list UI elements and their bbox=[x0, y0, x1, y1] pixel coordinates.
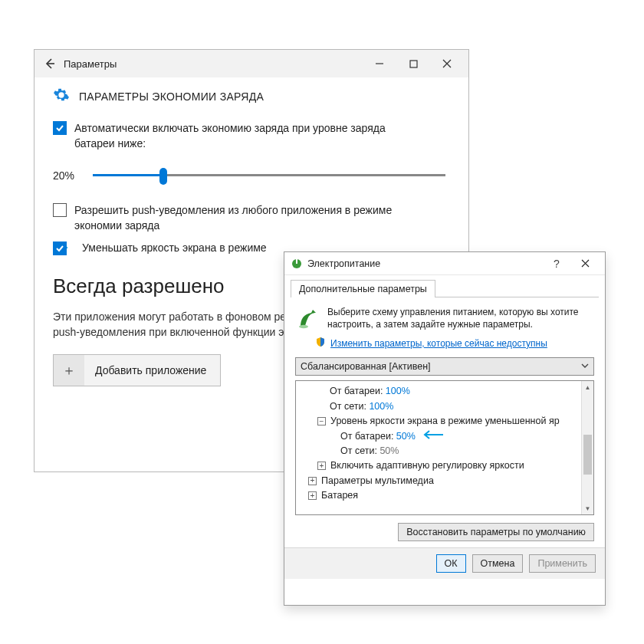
slider-fill bbox=[93, 174, 163, 176]
power-tabbar: Дополнительные параметры bbox=[284, 275, 605, 297]
lower-brightness-label: Уменьшать яркость экрана в режиме bbox=[82, 241, 267, 256]
restore-defaults-button[interactable]: Восстановить параметры по умолчанию bbox=[398, 523, 594, 541]
arrow-left-icon bbox=[44, 58, 56, 70]
power-plan-select[interactable]: Сбалансированная [Активен] bbox=[295, 357, 594, 376]
tree-scrollbar[interactable]: ▲ ▼ bbox=[581, 381, 593, 514]
plus-icon: ＋ bbox=[54, 355, 84, 386]
pointer-arrow-icon bbox=[420, 429, 443, 444]
power-hint: Выберите схему управления питанием, кото… bbox=[327, 306, 594, 330]
check-icon bbox=[55, 123, 64, 133]
window-title: Параметры bbox=[64, 58, 363, 70]
cancel-button[interactable]: Отмена bbox=[472, 554, 524, 573]
threshold-slider[interactable] bbox=[93, 166, 445, 185]
help-button[interactable]: ? bbox=[544, 258, 570, 270]
scroll-up-icon[interactable]: ▲ bbox=[582, 381, 593, 393]
tree-row-battery-group[interactable]: + Батарея bbox=[299, 488, 590, 503]
chevron-down-icon bbox=[581, 361, 589, 372]
power-close-button[interactable] bbox=[570, 258, 600, 270]
push-notifications-label: Разрешить push-уведомления из любого при… bbox=[74, 203, 404, 233]
close-button[interactable] bbox=[430, 53, 464, 74]
add-app-button[interactable]: ＋ Добавить приложение bbox=[53, 354, 221, 386]
svg-point-3 bbox=[299, 325, 308, 328]
expand-icon[interactable]: + bbox=[308, 477, 317, 485]
maximize-icon bbox=[409, 60, 418, 68]
close-icon bbox=[581, 259, 590, 268]
close-icon bbox=[442, 59, 452, 68]
minimize-button[interactable] bbox=[363, 53, 396, 74]
tree-row-multimedia[interactable]: + Параметры мультимедиа bbox=[299, 474, 590, 488]
settings-titlebar: Параметры bbox=[34, 50, 468, 77]
power-options-dialog: Электропитание ? Дополнительные параметр… bbox=[284, 251, 606, 606]
ok-button[interactable]: ОК bbox=[436, 554, 466, 573]
power-footer: ОК Отмена Применить bbox=[284, 547, 605, 579]
shield-icon bbox=[315, 337, 326, 350]
battery-icon bbox=[295, 306, 320, 330]
check-icon bbox=[55, 244, 64, 253]
minimize-icon bbox=[375, 59, 384, 68]
push-notifications-checkbox[interactable] bbox=[53, 203, 67, 217]
svg-rect-2 bbox=[296, 259, 297, 264]
gear-icon bbox=[53, 87, 70, 106]
scroll-down-icon[interactable]: ▼ bbox=[582, 502, 593, 514]
slider-thumb[interactable] bbox=[159, 168, 167, 185]
auto-battery-saver-checkbox[interactable] bbox=[53, 121, 67, 135]
svg-rect-0 bbox=[410, 61, 417, 67]
tree-row-brightness-level[interactable]: − Уровень яркости экрана в режиме уменьш… bbox=[299, 414, 590, 429]
power-plan-icon bbox=[291, 258, 303, 270]
tree-row-ac-1[interactable]: От сети: 100% bbox=[299, 399, 590, 414]
auto-battery-saver-label: Автоматически включать экономию заряда п… bbox=[74, 121, 396, 151]
power-tree: От батареи: 100% От сети: 100% − Уровень… bbox=[295, 380, 594, 515]
threshold-value: 20% bbox=[53, 169, 79, 182]
collapse-icon[interactable]: − bbox=[317, 417, 326, 426]
add-app-label: Добавить приложение bbox=[95, 364, 220, 376]
power-content: Выберите схему управления питанием, кото… bbox=[284, 298, 605, 547]
power-titlebar: Электропитание ? bbox=[284, 252, 605, 275]
tree-row-ac-2[interactable]: От сети: 50% bbox=[299, 444, 590, 458]
page-title: ПАРАМЕТРЫ ЭКОНОМИИ ЗАРЯДА bbox=[79, 90, 264, 103]
change-unavailable-link[interactable]: Изменить параметры, которые сейчас недос… bbox=[330, 338, 547, 349]
scroll-thumb[interactable] bbox=[583, 435, 592, 475]
lower-brightness-checkbox[interactable] bbox=[53, 242, 67, 255]
tree-row-battery-1[interactable]: От батареи: 100% bbox=[299, 384, 590, 399]
back-button[interactable] bbox=[42, 56, 58, 71]
tree-row-adaptive-brightness[interactable]: + Включить адаптивную регулировку яркост… bbox=[299, 458, 590, 473]
maximize-button[interactable] bbox=[396, 53, 430, 74]
apply-button[interactable]: Применить bbox=[529, 554, 596, 573]
tree-row-battery-2[interactable]: От батареи: 50% bbox=[299, 429, 590, 444]
power-plan-selected: Сбалансированная [Активен] bbox=[301, 361, 431, 372]
power-title: Электропитание bbox=[307, 258, 544, 269]
expand-icon[interactable]: + bbox=[317, 462, 326, 470]
tab-advanced[interactable]: Дополнительные параметры bbox=[291, 280, 435, 297]
expand-icon[interactable]: + bbox=[308, 491, 317, 500]
